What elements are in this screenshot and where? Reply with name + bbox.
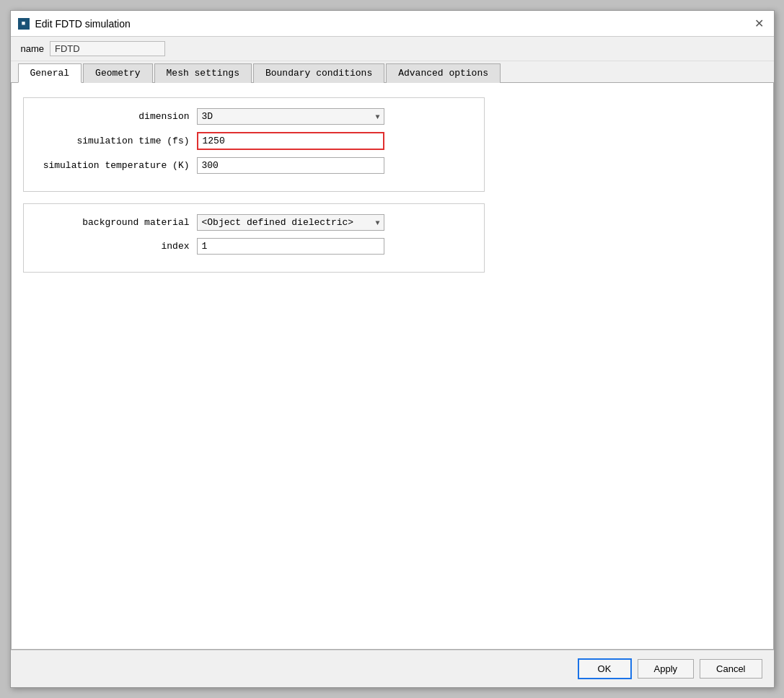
tab-advanced-options[interactable]: Advanced options [386, 63, 501, 83]
name-label: name [21, 43, 45, 54]
sim-temp-input[interactable] [197, 157, 384, 174]
app-icon: ■ [18, 18, 30, 30]
sim-temp-row: simulation temperature (K) [38, 157, 470, 174]
apply-button[interactable]: Apply [638, 659, 695, 679]
general-section: dimension 3D 2D ▼ simulation time (fs) [23, 97, 485, 273]
tab-content-general: dimension 3D 2D ▼ simulation time (fs) [11, 83, 774, 650]
name-input[interactable] [50, 41, 165, 56]
tab-geometry[interactable]: Geometry [83, 63, 152, 83]
background-material-box: background material <Object defined diel… [23, 203, 485, 273]
dimension-label: dimension [38, 111, 197, 122]
dimension-select[interactable]: 3D 2D [197, 108, 384, 125]
dimension-select-wrapper: 3D 2D ▼ [197, 108, 384, 125]
sim-temp-label: simulation temperature (K) [38, 160, 197, 171]
dialog-title: Edit FDTD simulation [35, 18, 131, 30]
bg-material-select[interactable]: <Object defined dielectric> Air Custom [197, 214, 384, 231]
dimension-row: dimension 3D 2D ▼ [38, 108, 470, 125]
bg-material-select-wrapper: <Object defined dielectric> Air Custom ▼ [197, 214, 384, 231]
tab-bar: General Geometry Mesh settings Boundary … [11, 63, 774, 83]
index-label: index [38, 241, 197, 252]
tab-boundary-conditions[interactable]: Boundary conditions [253, 63, 384, 83]
close-button[interactable]: ✕ [752, 17, 767, 30]
sim-time-label: simulation time (fs) [38, 136, 197, 146]
index-row: index [38, 238, 470, 255]
bg-material-row: background material <Object defined diel… [38, 214, 470, 231]
ok-button[interactable]: OK [578, 658, 632, 679]
dialog: ■ Edit FDTD simulation ✕ name General Ge… [10, 10, 775, 688]
bg-material-label: background material [38, 217, 197, 228]
simulation-params-box: dimension 3D 2D ▼ simulation time (fs) [23, 97, 485, 192]
tab-general[interactable]: General [18, 63, 82, 83]
sim-time-input[interactable] [197, 132, 384, 150]
name-row: name [11, 37, 774, 61]
tab-mesh-settings[interactable]: Mesh settings [154, 63, 252, 83]
index-input[interactable] [197, 238, 384, 255]
cancel-button[interactable]: Cancel [700, 659, 762, 679]
sim-time-row: simulation time (fs) [38, 132, 470, 150]
title-bar: ■ Edit FDTD simulation ✕ [11, 11, 774, 37]
dialog-footer: OK Apply Cancel [11, 650, 774, 687]
title-bar-left: ■ Edit FDTD simulation [18, 18, 131, 30]
